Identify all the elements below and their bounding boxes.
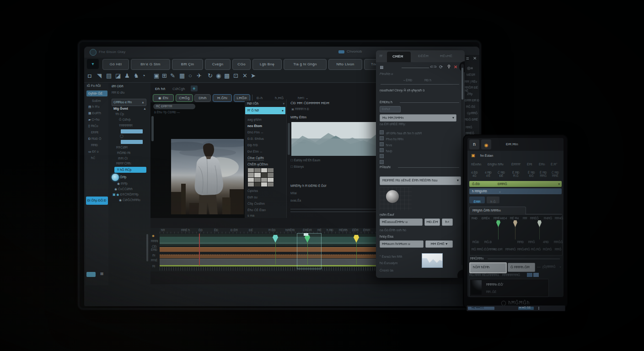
- tablet-tab-n[interactable]: n: [469, 139, 479, 149]
- sidebar-selected-bottom[interactable]: Đi Ĝħp ĐĜ:Đ: [86, 197, 108, 205]
- strip-row[interactable]: ŹĦp: [467, 92, 472, 96]
- props-check-5[interactable]: [380, 158, 384, 166]
- tree-row-7[interactable]: ĦtĦŦ'ĆĦħ:: [116, 162, 132, 165]
- collapse-icon-2[interactable]: ▲: [143, 107, 146, 110]
- wave-scrollbar[interactable]: [288, 123, 290, 155]
- strip-row[interactable]: ĐĦĦ ĐĦ Đ: [465, 99, 479, 102]
- sidebar-item-7[interactable]: ĦĦĐ: [91, 144, 98, 147]
- refresh-icon-2[interactable]: ⟳: [439, 64, 443, 69]
- tree-row-6[interactable]: IħŦt Ćt: [118, 157, 128, 160]
- clipboard-icon[interactable]: ▤: [106, 70, 112, 81]
- center-tab-icon[interactable]: ⊕: [191, 85, 198, 91]
- clock-icon[interactable]: ◔: [142, 70, 145, 81]
- slider-pin-green[interactable]: [496, 220, 500, 227]
- list-item-6[interactable]: Ćlīve Ćęlīħi: [247, 156, 264, 160]
- list-item-1[interactable]: neo Ētom: [247, 124, 262, 128]
- list-header[interactable]: ĦØ t'Ğħ: [247, 102, 258, 105]
- minimize-icon[interactable]: =: [466, 56, 469, 61]
- props-slider-track[interactable]: [402, 68, 429, 68]
- timeline-playhead[interactable]: [199, 234, 200, 266]
- tablet-tab-sliders[interactable]: ĦĦĝħħ ĜĦħ ħĦĦħn: [469, 207, 526, 215]
- list-item-3[interactable]: Đ.Đ. Đhlīus: [247, 137, 264, 140]
- sidebar-selected-top[interactable]: ÐýħtÞ ĜĒ: [86, 90, 107, 96]
- tree-node-1[interactable]: ◉ tħĦþ: [117, 182, 128, 186]
- viewer-btn-2[interactable]: Dħiħ: [194, 94, 211, 102]
- strip-row[interactable]: ĦĦĜ: [466, 126, 472, 129]
- shield-icon[interactable]: ◘: [88, 70, 91, 81]
- viewer-pill[interactable]: ĦĆ ĐĦĦ'ŦĦ: [153, 104, 195, 109]
- tablet-blue-row[interactable]: ħ ĦĦĝhĦñ ⌄: [469, 188, 562, 194]
- tree-row-2[interactable]: ŦĦĦĦĦĦ: [119, 124, 133, 127]
- props-btn-2[interactable]: ħ+: [442, 218, 453, 226]
- link-icon[interactable]: ⊂⊃: [430, 64, 437, 69]
- pen-icon[interactable]: ✎: [170, 70, 175, 81]
- user-icon[interactable]: ♟: [124, 70, 130, 81]
- timeline-selection-box[interactable]: [297, 233, 322, 269]
- slider-pin-tan[interactable]: [513, 220, 517, 227]
- tablet-menu-2[interactable]: ĒĦŦĦ': [511, 163, 521, 166]
- menu-tab-4[interactable]: CGo: [232, 59, 251, 70]
- tree-row-4[interactable]: ĦŦĆØĦ: [116, 146, 128, 149]
- plane-icon[interactable]: ✈: [197, 70, 202, 81]
- grid-view-icon[interactable]: ▦: [100, 271, 104, 276]
- tree-tab-2[interactable]: ĦĦ Đ Øo: [112, 91, 124, 94]
- viewer-btn-6[interactable]: ħ,ĦĜ: [275, 96, 284, 100]
- tree-node-0[interactable]: ĞĦþ: [120, 176, 126, 179]
- menu-tab-0[interactable]: Gö Hēl: [102, 59, 129, 70]
- tree-row-3[interactable]: ◯: [120, 134, 123, 138]
- status-primary-button[interactable]: [86, 272, 96, 277]
- chart-icon[interactable]: ◪: [115, 70, 121, 81]
- list-item-0[interactable]: aag ęfśhn: [247, 118, 262, 121]
- tree-row-1[interactable]: Ĝ ĢØvþ: [119, 118, 131, 121]
- viewer-scrollbar[interactable]: [151, 116, 154, 141]
- taskbar-left-segment[interactable]: ĦĒ'ĦĦĜĜ: [468, 307, 494, 310]
- viewer-btn-1[interactable]: CĦĞĝ: [176, 94, 193, 102]
- viewer-btn-3[interactable]: Ħ.Ğħi: [213, 94, 232, 102]
- tablet-tab-icon[interactable]: ◉: [481, 139, 491, 149]
- sidebar-item-2[interactable]: ▦ ĐoĦ'ħ: [88, 112, 101, 115]
- tree-tab-1[interactable]: Øñ ĢĐñ: [112, 85, 123, 88]
- chevron-down-icon[interactable]: ⌄: [559, 265, 562, 268]
- taskbar-mid-segment[interactable]: Ħ ĦĜ ĜĒ: [518, 307, 534, 310]
- close-icon[interactable]: ✕: [473, 56, 477, 61]
- sidebar-item-1[interactable]: ▤ ħ Ħ'o: [88, 105, 100, 109]
- props-dropdown-1[interactable]: Ħu ĦĦ,ħĦĦn ▾: [380, 114, 456, 122]
- list-item-8[interactable]: Ćęlvīss: [247, 189, 258, 192]
- swoosh-node-icon[interactable]: [112, 174, 119, 181]
- list-item-10[interactable]: Ćlīę Ćlvśħm: [247, 202, 265, 205]
- tree-selected-row[interactable]: Ŧ ħĞ ĦĆþ: [114, 167, 146, 173]
- sidebar-item-8[interactable]: ▭ Đt' o: [88, 150, 99, 154]
- viewer-btn-0[interactable]: ◉ Ēħi: [153, 94, 174, 102]
- tablet-menu-1[interactable]: Ðñĝħn ħĦv: [488, 163, 504, 166]
- center-tab-1[interactable]: Đħ ħñ: [155, 87, 165, 91]
- strip-row[interactable]: ĦĜ ĒĖ: [466, 105, 475, 108]
- close-red-icon[interactable]: ✕: [454, 64, 457, 69]
- props-tab-2[interactable]: ĐĒĔĦ: [418, 54, 429, 58]
- props-btn-3[interactable]: ĦĦ ĒĦĒ ▾: [425, 240, 453, 248]
- case-icon[interactable]: ▦: [179, 70, 185, 81]
- menu-tab-3[interactable]: Cvèĝn: [205, 59, 231, 70]
- props-dropdown-2[interactable]: ĦĐĦĦĒ Ħū ņĒħvĒ ĒĦħ ĦĒĒĦħ ħsu ▾: [380, 176, 461, 185]
- strip-row[interactable]: MĒSĦ: [467, 73, 475, 76]
- sidebar-item-4[interactable]: ▯ ĦtĆo: [88, 124, 98, 128]
- sidebar-item-6[interactable]: Ð ĦüĐ Ō: [88, 137, 101, 140]
- menu-tab-5[interactable]: Lĝb Bnę: [252, 59, 282, 70]
- tablet-menu-5[interactable]: Ē.Ħ°: [551, 163, 557, 166]
- strip-row[interactable]: ĦĦĞĦ ĐĒ ĦĔ: [464, 86, 479, 92]
- sphere-preview[interactable]: [386, 190, 399, 203]
- save-icon[interactable]: ▣: [154, 70, 159, 81]
- copy-icon[interactable]: ⊞: [162, 70, 167, 81]
- shuffle-icon[interactable]: ✕: [242, 70, 247, 81]
- menu-tab-6[interactable]: Tia ĝ hi Ghĝn: [284, 59, 327, 70]
- tree-combo[interactable]: ĢĦĦoo e Ħn ▲: [112, 99, 146, 106]
- list-item-2[interactable]: Đhū Fīm ↔: [247, 131, 264, 134]
- image-icon[interactable]: ⊡: [233, 70, 238, 81]
- tree-row-0[interactable]: Ŧħ Ćþ: [115, 112, 124, 116]
- refresh-icon[interactable]: ↻: [208, 70, 213, 81]
- props-small-button[interactable]: Đņħuf: [380, 106, 401, 112]
- slider-pin-pale[interactable]: [537, 220, 542, 227]
- tablet-menu-3[interactable]: ĒĦl: [527, 163, 532, 166]
- menu-tab-2[interactable]: Bfft Çin: [172, 59, 203, 70]
- grid-icon[interactable]: ▩: [224, 70, 230, 81]
- list-item-5[interactable]: Đvi Ēīm ↔: [247, 150, 263, 153]
